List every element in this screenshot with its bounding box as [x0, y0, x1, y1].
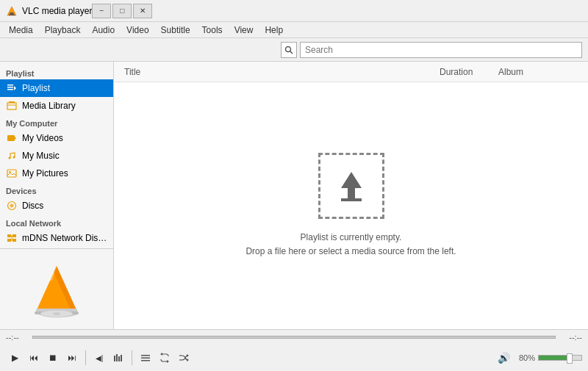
playlist-col-duration: Duration [435, 67, 494, 77]
loop-button[interactable] [156, 349, 173, 367]
main-content: Playlist Playlist [0, 38, 588, 371]
svg-rect-46 [116, 354, 118, 361]
vlc-icon [6, 5, 18, 17]
loop-icon [159, 353, 170, 363]
playlist-icon [140, 353, 151, 363]
svg-rect-47 [118, 356, 120, 361]
random-icon [179, 353, 189, 363]
svg-point-40 [53, 312, 60, 315]
sidebar-item-discs[interactable]: Discs [0, 197, 113, 215]
drop-zone-icon [318, 153, 384, 219]
play-button[interactable]: ▶ [6, 349, 24, 367]
svg-rect-9 [7, 103, 16, 109]
sidebar-item-my-music[interactable]: My Music [0, 147, 113, 165]
time-elapsed: --:-- [6, 333, 28, 342]
content-area: Playlist Playlist [0, 62, 588, 329]
svg-rect-51 [141, 360, 150, 361]
sidebar-section-devices: Devices [0, 182, 113, 197]
search-icon [284, 46, 293, 54]
svg-point-14 [9, 157, 11, 159]
svg-rect-7 [7, 89, 13, 90]
menu-item-help[interactable]: Help [259, 22, 289, 37]
search-icon-button[interactable] [281, 42, 297, 58]
volume-icon[interactable]: 🔊 [498, 352, 510, 364]
sidebar-my-music-label: My Music [22, 151, 107, 161]
svg-rect-50 [141, 358, 150, 359]
sidebar-item-playlist[interactable]: Playlist [0, 79, 113, 97]
svg-rect-44 [341, 198, 362, 201]
download-arrow-icon [331, 166, 371, 206]
volume-slider[interactable] [538, 355, 582, 361]
separator-2 [132, 350, 132, 365]
eq-icon [113, 353, 123, 363]
svg-marker-52 [167, 360, 169, 363]
menu-bar: MediaPlaybackAudioVideoSubtitleToolsView… [0, 22, 588, 38]
playlist-col-album: Album [494, 67, 582, 77]
svg-marker-8 [14, 86, 16, 90]
minimize-button[interactable]: − [92, 4, 111, 18]
svg-marker-57 [187, 359, 189, 361]
playlist-empty-state: Playlist is currently empty. Drop a file… [114, 82, 588, 329]
svg-marker-53 [160, 353, 162, 356]
progress-track[interactable] [32, 336, 556, 339]
frame-prev-button[interactable]: ◀| [90, 349, 108, 367]
playlist-panel: Title Duration Album Playlist is current… [114, 62, 588, 329]
search-input[interactable] [300, 42, 582, 58]
next-button[interactable]: ⏭ [63, 349, 81, 367]
menu-item-subtitle[interactable]: Subtitle [155, 22, 196, 37]
sidebar-item-my-videos[interactable]: My Videos [0, 129, 113, 147]
controls-row: ▶ ⏮ ⏹ ⏭ ◀| [0, 345, 588, 371]
progress-bar-area: --:-- --:-- [0, 330, 588, 345]
svg-rect-49 [141, 355, 150, 356]
sidebar-item-media-library[interactable]: Media Library [0, 97, 113, 115]
bottom-area: --:-- --:-- ▶ ⏮ ⏹ ⏭ ◀| [0, 329, 588, 371]
discs-icon [6, 200, 18, 212]
separator-1 [85, 350, 86, 365]
playlist-col-title: Title [120, 67, 435, 77]
svg-rect-23 [7, 239, 11, 242]
menu-item-video[interactable]: Video [121, 22, 154, 37]
title-bar: VLC media player − □ ✕ [0, 0, 588, 22]
menu-item-audio[interactable]: Audio [86, 22, 121, 37]
svg-marker-56 [187, 354, 189, 357]
volume-thumb[interactable] [567, 353, 573, 364]
vlc-logo-area [0, 248, 113, 329]
my-pictures-icon [6, 168, 18, 179]
stop-button[interactable]: ⏹ [44, 349, 62, 367]
svg-rect-43 [348, 188, 355, 198]
svg-line-4 [290, 51, 293, 54]
sidebar: Playlist Playlist [0, 62, 114, 329]
sidebar-my-pictures-label: My Pictures [22, 168, 107, 179]
menu-item-tools[interactable]: Tools [196, 22, 229, 37]
svg-rect-45 [114, 356, 115, 361]
time-total: --:-- [560, 333, 582, 342]
sidebar-discs-label: Discs [22, 201, 107, 211]
empty-playlist-text: Playlist is currently empty. Drop a file… [245, 231, 456, 259]
svg-rect-22 [12, 234, 16, 237]
svg-rect-1 [10, 12, 14, 15]
prev-button[interactable]: ⏮ [25, 349, 43, 367]
svg-rect-12 [7, 135, 15, 141]
random-button[interactable] [175, 349, 193, 367]
svg-rect-24 [12, 239, 16, 242]
close-button[interactable]: ✕ [133, 4, 152, 18]
sidebar-item-my-pictures[interactable]: My Pictures [0, 165, 113, 182]
playlist-toggle-button[interactable] [137, 349, 154, 367]
menu-item-view[interactable]: View [229, 22, 259, 37]
vlc-logo [27, 260, 86, 319]
svg-rect-6 [7, 87, 13, 88]
sidebar-item-mdns[interactable]: mDNS Network Disco... [0, 229, 113, 247]
eq-button[interactable] [110, 349, 127, 367]
sidebar-my-videos-label: My Videos [22, 133, 107, 143]
maximize-button[interactable]: □ [112, 4, 132, 18]
menu-item-media[interactable]: Media [3, 22, 39, 37]
svg-point-3 [286, 46, 291, 51]
menu-item-playback[interactable]: Playback [39, 22, 87, 37]
media-library-icon [6, 100, 18, 112]
svg-marker-42 [341, 172, 362, 188]
svg-rect-2 [9, 14, 15, 15]
svg-rect-16 [7, 170, 16, 177]
sidebar-media-library-label: Media Library [22, 101, 107, 111]
mdns-icon [6, 232, 18, 244]
window-controls: − □ ✕ [92, 4, 152, 18]
